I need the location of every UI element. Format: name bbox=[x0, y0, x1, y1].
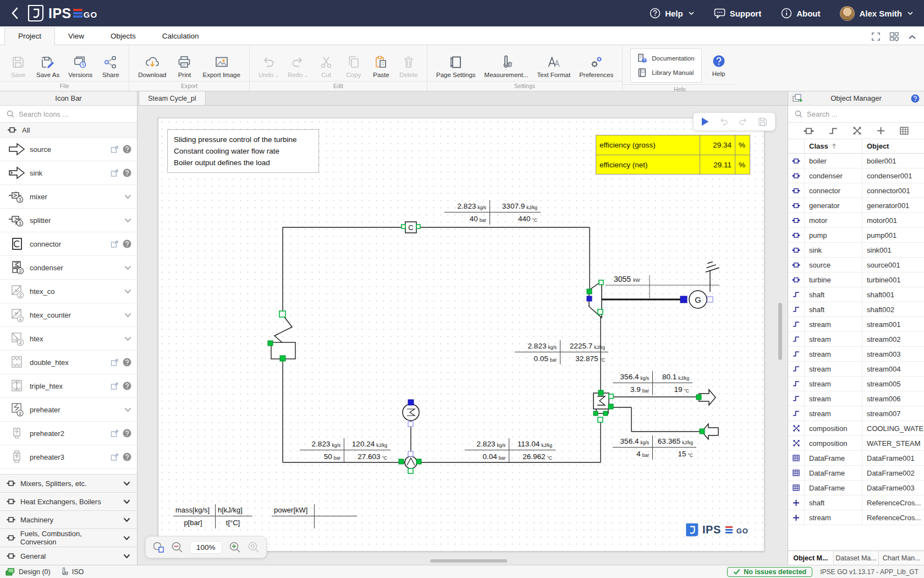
tab-project[interactable]: Project bbox=[4, 28, 55, 45]
sidebar-item-splitter[interactable]: 3 splitter bbox=[0, 209, 137, 232]
panel-settings-icon[interactable] bbox=[889, 32, 899, 41]
chevron-down-icon[interactable] bbox=[124, 407, 131, 412]
collapse-ribbon-icon[interactable] bbox=[908, 34, 916, 40]
print-button[interactable]: Print bbox=[172, 54, 197, 79]
tab-object-manager[interactable]: Object M... bbox=[788, 551, 834, 565]
sidebar-item-preheater[interactable]: 2 preheater bbox=[0, 398, 137, 422]
save-button[interactable]: Save bbox=[6, 54, 31, 79]
redo-icon[interactable] bbox=[738, 117, 749, 127]
filter-compositions-icon[interactable] bbox=[853, 127, 862, 135]
back-icon[interactable] bbox=[11, 7, 19, 19]
zoom-level[interactable]: 100% bbox=[190, 541, 222, 554]
paste-button[interactable]: Paste bbox=[369, 54, 394, 79]
sidebar-item-htex-counter[interactable]: 2 htex_counter bbox=[0, 303, 137, 327]
sidebar-item-condenser[interactable]: 2 condenser bbox=[0, 256, 137, 280]
table-row[interactable]: motormotor001 bbox=[788, 213, 924, 228]
item-help-icon[interactable] bbox=[123, 239, 131, 248]
item-help-icon[interactable] bbox=[123, 452, 131, 461]
table-row[interactable]: sinksink001 bbox=[788, 243, 924, 258]
table-row[interactable]: boilerboiler001 bbox=[788, 154, 924, 168]
tab-view[interactable]: View bbox=[55, 28, 97, 45]
sidebar-item-htex-co[interactable]: 2 htex_co bbox=[0, 280, 137, 303]
about-button[interactable]: About bbox=[781, 8, 820, 19]
object-search-input[interactable] bbox=[807, 110, 917, 118]
open-external-icon[interactable] bbox=[111, 240, 119, 248]
add-object-icon[interactable] bbox=[793, 94, 803, 103]
item-help-icon[interactable] bbox=[123, 168, 131, 177]
filter-components-icon[interactable] bbox=[804, 127, 814, 135]
undo-button[interactable]: Undo⌄ bbox=[255, 54, 282, 79]
measurement-button[interactable]: Measurement... bbox=[481, 54, 532, 79]
sidebar-item-connector[interactable]: connector bbox=[0, 232, 137, 256]
table-view-icon[interactable] bbox=[900, 127, 909, 135]
category-general[interactable]: General bbox=[0, 547, 137, 565]
sidebar-item-preheater2[interactable]: preheater2 bbox=[0, 422, 137, 445]
table-row[interactable]: streamstream004 bbox=[788, 362, 924, 377]
table-row[interactable]: streamstream001 bbox=[788, 317, 924, 332]
export-image-button[interactable]: Export Image bbox=[199, 54, 243, 79]
table-row[interactable]: pumppump001 bbox=[788, 228, 924, 243]
table-row[interactable]: condensercondenser001 bbox=[788, 168, 924, 183]
fullscreen-icon[interactable] bbox=[871, 32, 881, 41]
item-help-icon[interactable] bbox=[123, 145, 131, 154]
item-help-icon[interactable] bbox=[123, 429, 131, 438]
text-format-button[interactable]: Text Format bbox=[534, 54, 574, 79]
canvas-vertical-scrollbar[interactable] bbox=[778, 303, 782, 360]
tab-calculation[interactable]: Calculation bbox=[149, 28, 212, 45]
tab-dataset-manager[interactable]: Dataset Ma... bbox=[834, 551, 879, 565]
table-row[interactable]: compositionCOOLING_WATER bbox=[788, 421, 924, 436]
table-row[interactable]: DataFrameDataFrame003 bbox=[788, 481, 924, 495]
page-settings-button[interactable]: Page Settings bbox=[433, 54, 479, 79]
pump-symbol[interactable] bbox=[405, 456, 417, 468]
design-mode[interactable]: Design (0) bbox=[6, 568, 51, 576]
chevron-down-icon[interactable] bbox=[124, 194, 131, 199]
sidebar-item-partial[interactable] bbox=[0, 469, 137, 474]
flowsheet-diagram[interactable]: C G bbox=[158, 118, 765, 552]
panel-help-icon[interactable] bbox=[911, 94, 920, 103]
support-button[interactable]: Support bbox=[714, 8, 762, 19]
delete-button[interactable]: Delete bbox=[396, 54, 421, 79]
documentation-button[interactable]: Documentation bbox=[637, 53, 694, 63]
status-badge[interactable]: No issues detected bbox=[727, 567, 812, 577]
preferences-button[interactable]: Preferences bbox=[576, 54, 617, 79]
sidebar-item-double-htex[interactable]: double_htex bbox=[0, 351, 137, 374]
category-mixers-splitters[interactable]: Mixers, Splitters, etc. bbox=[0, 474, 137, 492]
table-row[interactable]: DataFrameDataFrame001 bbox=[788, 451, 924, 466]
sidebar-item-triple-htex[interactable]: triple_htex bbox=[0, 374, 137, 398]
icon-search-input[interactable] bbox=[19, 110, 130, 118]
sidebar-item-source[interactable]: source bbox=[0, 138, 137, 161]
flowsheet-canvas[interactable]: Sliding pressure control of the turbine … bbox=[138, 106, 788, 565]
table-row[interactable]: compositionWATER_STEAM bbox=[788, 436, 924, 451]
add-icon[interactable] bbox=[877, 127, 885, 135]
category-fuels-combustion[interactable]: Fuels, Combustion, Conversion bbox=[0, 528, 137, 547]
item-help-icon[interactable] bbox=[123, 381, 131, 390]
icon-bar-all[interactable]: All bbox=[0, 123, 137, 138]
table-row[interactable]: streamReferenceCros... bbox=[788, 510, 924, 525]
units-standard[interactable]: ISO bbox=[61, 568, 84, 576]
motor-symbol[interactable] bbox=[403, 404, 419, 421]
table-row[interactable]: connectorconnector001 bbox=[788, 183, 924, 198]
category-heat-exchangers[interactable]: Heat Exchangers, Boilers bbox=[0, 492, 137, 510]
generator-symbol[interactable]: G bbox=[689, 260, 719, 308]
table-row[interactable]: sourcesource001 bbox=[788, 258, 924, 272]
tab-objects[interactable]: Objects bbox=[97, 28, 149, 45]
run-icon[interactable] bbox=[701, 117, 710, 127]
open-external-icon[interactable] bbox=[111, 145, 119, 154]
redo-button[interactable]: Redo⌄ bbox=[284, 54, 311, 79]
flowsheet-page[interactable]: Sliding pressure control of the turbine … bbox=[158, 118, 765, 552]
open-external-icon[interactable] bbox=[111, 358, 119, 367]
table-row[interactable]: streamstream007 bbox=[788, 406, 924, 421]
tab-steam-cycle[interactable]: Steam Cycle_pl bbox=[139, 91, 206, 105]
open-external-icon[interactable] bbox=[111, 453, 119, 461]
chevron-down-icon[interactable] bbox=[124, 336, 131, 341]
help-menu[interactable]: Help bbox=[650, 8, 694, 19]
sidebar-item-mixer[interactable]: 3 mixer bbox=[0, 185, 137, 209]
chevron-down-icon[interactable] bbox=[124, 218, 131, 223]
fit-page-icon[interactable] bbox=[152, 541, 164, 553]
table-row[interactable]: shaftReferenceCros... bbox=[788, 495, 924, 510]
item-help-icon[interactable] bbox=[123, 358, 131, 367]
table-row[interactable]: shaftshaft001 bbox=[788, 287, 924, 302]
help-button[interactable]: Help bbox=[706, 53, 732, 78]
canvas-horizontal-scrollbar[interactable] bbox=[430, 559, 507, 563]
connector-symbol[interactable]: C bbox=[405, 222, 416, 233]
